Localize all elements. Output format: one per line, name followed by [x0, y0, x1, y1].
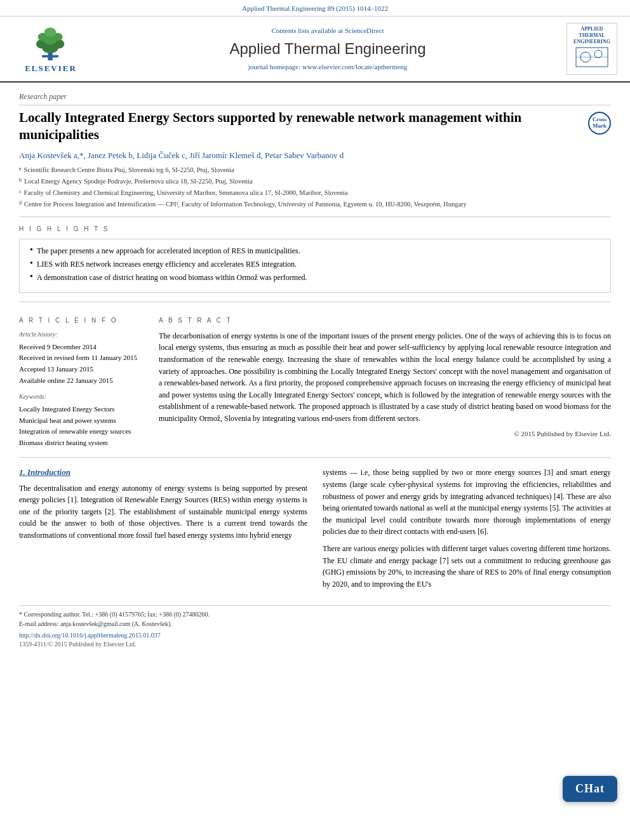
affiliation-b: b Local Energy Agency Spodnje Podravje, … — [19, 177, 611, 187]
body-col-left: 1. Introduction The decentralisation and… — [19, 467, 307, 595]
highlight-2: • LIES with RES network increases energy… — [30, 259, 600, 270]
highlights-label: H I G H L I G H T S — [19, 225, 611, 234]
journal-logo-box: APPLIED THERMAL ENGINEERING — [566, 23, 617, 74]
publisher-logo-area: ELSEVIER — [13, 23, 89, 74]
doi-line[interactable]: http://dx.doi.org/10.1016/j.applthermale… — [19, 631, 611, 640]
corresponding-author-note: * Corresponding author. Tel.: +386 (0) 4… — [19, 610, 611, 629]
svg-point-11 — [594, 50, 602, 58]
journal-title: Applied Thermal Engineering — [95, 38, 560, 60]
journal-homepage: journal homepage: www.elsevier.com/locat… — [95, 62, 560, 72]
corresponding-tel: * Corresponding author. Tel.: +386 (0) 4… — [19, 610, 611, 619]
keyword-3: Integration of renewable energy sources — [19, 426, 146, 437]
history-label: Article history: — [19, 330, 146, 339]
journal-header-center: Contents lists available at ScienceDirec… — [95, 26, 560, 72]
highlights-box: • The paper presents a new approach for … — [19, 239, 611, 292]
sciencedirect-link[interactable]: Contents lists available at ScienceDirec… — [95, 26, 560, 36]
accepted-date: Accepted 13 January 2015 — [19, 364, 146, 375]
keywords-label: Keywords: — [19, 392, 146, 401]
chat-button[interactable]: CHat — [563, 776, 617, 802]
bullet-icon: • — [30, 259, 33, 270]
crossmark-icon: CrossMark — [588, 112, 611, 135]
sciencedirect-text: Contents lists available at ScienceDirec… — [271, 27, 384, 34]
crossmark-badge: CrossMark — [588, 112, 611, 135]
affiliation-d: d Centre for Process Integration and Int… — [19, 199, 611, 210]
abstract-col: A B S T R A C T The decarbonisation of e… — [159, 310, 611, 449]
body-para-2: systems — i.e, those being supplied by t… — [323, 467, 611, 538]
received-date: Received 9 December 2014 — [19, 342, 146, 353]
bullet-icon: • — [30, 246, 33, 257]
issn-line: 1359-4311/© 2015 Published by Elsevier L… — [19, 640, 611, 649]
article-info-abstract-section: A R T I C L E I N F O Article history: R… — [19, 302, 611, 449]
abstract-text: The decarbonisation of energy systems is… — [159, 330, 611, 425]
revised-date: Received in revised form 11 January 2015 — [19, 352, 146, 364]
affiliation-c: c Faculty of Chemistry and Chemical Engi… — [19, 188, 611, 198]
available-date: Available online 22 January 2015 — [19, 375, 146, 387]
journal-ref-text: Applied Thermal Engineering 89 (2015) 10… — [242, 4, 388, 12]
authors: Anja Kostevšek a,*, Janez Petek b, Lidij… — [19, 150, 611, 161]
keyword-2: Municipal heat and power systems — [19, 415, 146, 427]
article-type: Research paper — [19, 91, 611, 105]
article-title: Locally Integrated Energy Sectors suppor… — [19, 109, 579, 144]
footer-separator — [19, 605, 611, 606]
corresponding-email: E-mail address: anja.kostevšek@gmail.com… — [19, 619, 611, 629]
article-title-row: Locally Integrated Energy Sectors suppor… — [19, 109, 611, 144]
journal-header: ELSEVIER Contents lists available at Sci… — [0, 17, 630, 82]
elsevier-tree-icon — [22, 23, 79, 61]
body-para-1: The decentralisation and energy autonomy… — [19, 483, 307, 542]
keywords-section: Keywords: Locally Integrated Energy Sect… — [19, 392, 146, 448]
highlight-1: • The paper presents a new approach for … — [30, 246, 600, 257]
author-list: Anja Kostevšek a,*, Janez Petek b, Lidij… — [19, 150, 344, 160]
article-info-col: A R T I C L E I N F O Article history: R… — [19, 310, 146, 449]
abstract-label: A B S T R A C T — [159, 316, 611, 325]
main-content: Research paper Locally Integrated Energy… — [0, 91, 630, 650]
bullet-icon: • — [30, 272, 33, 283]
body-col-right: systems — i.e, those being supplied by t… — [323, 467, 611, 595]
body-para-3: There are various energy policies with d… — [323, 543, 611, 590]
affiliation-a: a Scientific Research Centre Bistra Ptuj… — [19, 165, 611, 175]
keyword-4: Biomass district heating system — [19, 437, 146, 449]
article-dates: Received 9 December 2014 Received in rev… — [19, 342, 146, 386]
article-history: Article history: Received 9 December 201… — [19, 330, 146, 386]
top-reference-bar: Applied Thermal Engineering 89 (2015) 10… — [0, 0, 630, 17]
keywords-list: Locally Integrated Energy Sectors Munici… — [19, 404, 146, 448]
svg-point-7 — [44, 28, 56, 37]
highlight-3: • A demonstration case of district heati… — [30, 272, 600, 283]
svg-rect-8 — [42, 55, 58, 58]
elsevier-logo: ELSEVIER — [13, 23, 89, 74]
body-two-col: 1. Introduction The decentralisation and… — [19, 467, 611, 595]
body-separator — [19, 457, 611, 458]
article-info-label: A R T I C L E I N F O — [19, 316, 146, 325]
journal-logo-box-area: APPLIED THERMAL ENGINEERING — [566, 23, 617, 74]
copyright: © 2015 Published by Elsevier Ltd. — [159, 429, 611, 439]
keyword-1: Locally Integrated Energy Sectors — [19, 404, 146, 415]
affiliations: a Scientific Research Centre Bistra Ptuj… — [19, 165, 611, 217]
chat-button-label: CHat — [575, 782, 605, 795]
elsevier-wordmark: ELSEVIER — [25, 63, 77, 74]
journal-logo-graphic — [573, 44, 611, 70]
section1-heading: 1. Introduction — [19, 467, 307, 478]
